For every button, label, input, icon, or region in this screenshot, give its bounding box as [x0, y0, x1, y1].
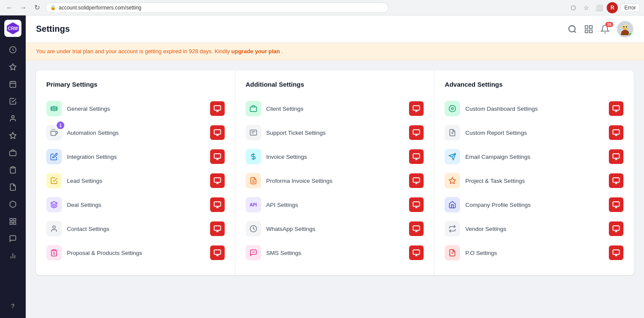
url-text: account.solidperformers.com/setting	[59, 5, 141, 11]
proposal-settings-btn[interactable]	[210, 245, 225, 260]
proforma-settings-btn[interactable]	[409, 173, 424, 188]
invoice-settings-btn[interactable]	[409, 149, 424, 164]
additional-settings-title: Additional Settings	[246, 81, 424, 88]
sidebar-logo[interactable]: CRM	[4, 20, 21, 37]
sidebar-item-reports[interactable]	[4, 248, 21, 263]
svg-rect-59	[250, 107, 256, 112]
project-task-settings-icon	[445, 173, 460, 188]
custom-report-settings-btn[interactable]	[609, 125, 623, 140]
svg-rect-21	[590, 25, 592, 28]
vendor-settings-label: Vendor Settings	[465, 226, 506, 232]
list-item[interactable]: Company Profile Settings	[445, 193, 623, 217]
list-item[interactable]: Proforma Invoice Settings	[246, 169, 424, 193]
company-profile-settings-btn[interactable]	[609, 197, 623, 212]
grid-view-button[interactable]	[584, 24, 593, 34]
sidebar-item-campaigns[interactable]	[4, 128, 21, 143]
back-button[interactable]: ←	[4, 3, 15, 13]
sidebar-item-contacts[interactable]	[4, 111, 21, 126]
cast-button[interactable]: ⬡	[568, 3, 578, 13]
sidebar-item-documents[interactable]	[4, 179, 21, 195]
banner-text-before: You are under trial plan and your accoun…	[36, 48, 232, 55]
forward-button[interactable]: →	[18, 3, 28, 13]
svg-marker-102	[449, 178, 456, 184]
sidebar-item-crm[interactable]	[4, 59, 21, 75]
custom-dashboard-settings-btn[interactable]	[609, 101, 623, 116]
list-item[interactable]: General Settings	[46, 97, 225, 121]
contact-settings-btn[interactable]	[210, 221, 225, 236]
svg-rect-46	[214, 202, 220, 206]
list-item[interactable]: Custom Dashboard Settings	[445, 97, 623, 121]
custom-report-settings-icon	[445, 125, 460, 140]
email-campaign-settings-btn[interactable]	[609, 149, 623, 164]
vendor-settings-btn[interactable]	[609, 221, 623, 236]
avatar-online-indicator	[629, 33, 632, 36]
list-item[interactable]: P.O Settings	[445, 241, 623, 265]
list-item[interactable]: Integration Settings	[46, 145, 225, 169]
address-bar[interactable]: 🔒 account.solidperformers.com/setting	[45, 3, 388, 13]
list-item[interactable]: Invoice Settings	[246, 145, 424, 169]
list-item[interactable]: Vendor Settings	[445, 217, 623, 241]
proforma-settings-label: Proforma Invoice Settings	[266, 178, 333, 184]
list-item[interactable]: Automation Settings 1	[46, 121, 225, 145]
lead-settings-btn[interactable]	[210, 173, 225, 188]
profile-button[interactable]: R	[607, 2, 618, 13]
api-settings-label: API Settings	[266, 202, 298, 208]
svg-rect-106	[613, 202, 619, 206]
user-avatar[interactable]	[617, 21, 634, 38]
list-item[interactable]: Support Ticket Settings	[246, 121, 424, 145]
sms-settings-btn[interactable]	[409, 245, 424, 260]
sidebar-item-products[interactable]	[4, 197, 21, 212]
sidebar-item-clipboard[interactable]	[4, 162, 21, 178]
sidebar-item-calendar[interactable]	[4, 76, 21, 92]
svg-rect-80	[413, 226, 420, 230]
sidebar-item-dashboard[interactable]	[4, 42, 21, 58]
sidebar-item-grid[interactable]	[4, 214, 21, 229]
list-item[interactable]: Contact Settings	[46, 217, 225, 241]
list-item[interactable]: Custom Report Settings	[445, 121, 623, 145]
svg-rect-60	[413, 106, 420, 110]
list-item[interactable]: Lead Settings	[46, 169, 225, 193]
deal-settings-btn[interactable]	[210, 197, 225, 212]
list-item[interactable]: Project & Task Settings	[445, 169, 623, 193]
list-item[interactable]: Proposal & Products Settings	[46, 241, 225, 265]
extension-button[interactable]: ⬜	[594, 3, 604, 13]
po-settings-btn[interactable]	[609, 245, 623, 260]
sidebar-item-tasks[interactable]	[4, 94, 21, 109]
sidebar-item-deals[interactable]	[4, 145, 21, 161]
svg-rect-31	[214, 106, 220, 110]
whatsapp-settings-btn[interactable]	[409, 221, 424, 236]
list-item[interactable]: Email Campaign Settings	[445, 145, 623, 169]
svg-point-29	[53, 108, 55, 110]
integration-settings-label: Integration Settings	[67, 154, 117, 160]
api-settings-btn[interactable]	[409, 197, 424, 212]
svg-rect-99	[613, 154, 619, 158]
email-campaign-settings-icon	[445, 149, 460, 164]
svg-text:CRM: CRM	[8, 26, 18, 31]
integration-settings-btn[interactable]	[210, 149, 225, 164]
list-item[interactable]: API API Settings	[246, 193, 424, 217]
reload-button[interactable]: ↻	[32, 3, 42, 13]
proforma-settings-icon	[246, 173, 261, 188]
automation-settings-btn[interactable]	[210, 125, 225, 140]
integration-settings-icon	[46, 149, 62, 164]
vendor-settings-icon	[445, 221, 460, 236]
list-item[interactable]: Deal Settings	[46, 193, 225, 217]
trial-banner: You are under trial plan and your accoun…	[26, 43, 644, 60]
upgrade-link[interactable]: upgrade your plan	[232, 48, 280, 55]
po-settings-icon	[445, 245, 460, 260]
general-settings-btn[interactable]	[210, 101, 225, 116]
support-ticket-settings-btn[interactable]	[409, 125, 424, 140]
sidebar-item-support[interactable]	[4, 231, 21, 246]
list-item[interactable]: Client Settings	[246, 97, 424, 121]
client-settings-btn[interactable]	[409, 101, 424, 116]
project-task-settings-btn[interactable]	[609, 173, 623, 188]
support-ticket-settings-icon	[246, 125, 261, 140]
lock-icon: 🔒	[50, 5, 56, 10]
svg-point-28	[626, 26, 627, 27]
sidebar-item-help[interactable]: ?	[4, 298, 21, 314]
search-button[interactable]	[568, 24, 577, 34]
list-item[interactable]: WhatsApp Settings	[246, 217, 424, 241]
list-item[interactable]: SMS Settings	[246, 241, 424, 265]
bookmark-button[interactable]: ☆	[581, 3, 591, 13]
svg-rect-22	[585, 30, 588, 32]
